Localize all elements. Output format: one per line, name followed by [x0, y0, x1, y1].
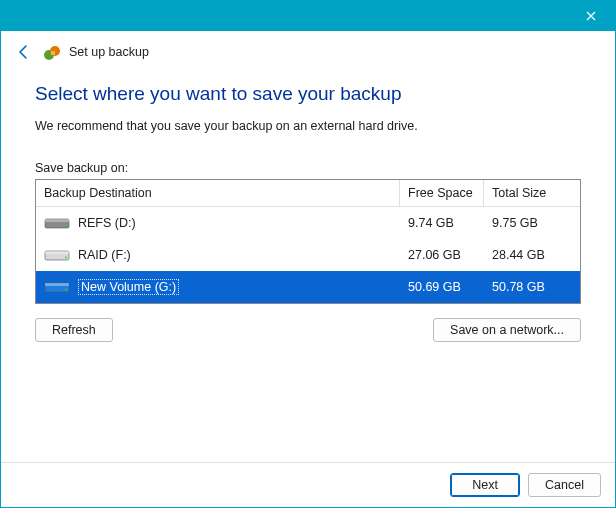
- destinations-table: Backup Destination Free Space Total Size…: [35, 179, 581, 304]
- drive-label: New Volume (G:): [78, 279, 179, 295]
- drive-icon: [44, 247, 70, 263]
- close-button[interactable]: [575, 4, 607, 28]
- drive-label: RAID (F:): [78, 248, 131, 262]
- wizard-window: Set up backup Select where you want to s…: [0, 0, 616, 508]
- back-arrow-icon: [16, 44, 32, 60]
- table-header: Backup Destination Free Space Total Size: [36, 180, 580, 207]
- svg-point-11: [65, 289, 67, 291]
- backup-app-icon: [43, 43, 61, 61]
- col-header-free[interactable]: Free Space: [400, 180, 484, 206]
- cancel-button[interactable]: Cancel: [528, 473, 601, 497]
- back-button[interactable]: [13, 41, 35, 63]
- table-body: REFS (D:)9.74 GB9.75 GB RAID (F:)27.06 G…: [36, 207, 580, 303]
- footer: Next Cancel: [1, 462, 615, 507]
- titlebar: [1, 1, 615, 31]
- window-title: Set up backup: [69, 45, 149, 59]
- svg-rect-7: [45, 251, 69, 254]
- save-on-label: Save backup on:: [35, 161, 581, 175]
- cell-free-space: 50.69 GB: [400, 280, 484, 294]
- table-row[interactable]: New Volume (G:)50.69 GB50.78 GB: [36, 271, 580, 303]
- cell-free-space: 27.06 GB: [400, 248, 484, 262]
- svg-rect-2: [51, 51, 55, 55]
- table-row[interactable]: REFS (D:)9.74 GB9.75 GB: [36, 207, 580, 239]
- svg-rect-4: [45, 219, 69, 222]
- svg-rect-10: [45, 283, 69, 286]
- cell-free-space: 9.74 GB: [400, 216, 484, 230]
- refresh-button[interactable]: Refresh: [35, 318, 113, 342]
- next-button[interactable]: Next: [450, 473, 520, 497]
- content: Select where you want to save your backu…: [1, 69, 615, 462]
- drive-label: REFS (D:): [78, 216, 136, 230]
- save-on-network-button[interactable]: Save on a network...: [433, 318, 581, 342]
- cell-total-size: 28.44 GB: [484, 248, 580, 262]
- recommend-text: We recommend that you save your backup o…: [35, 119, 581, 133]
- close-icon: [586, 11, 596, 21]
- cell-destination: RAID (F:): [36, 247, 400, 263]
- cell-destination: REFS (D:): [36, 215, 400, 231]
- drive-icon: [44, 279, 70, 295]
- header: Set up backup: [1, 31, 615, 69]
- cell-total-size: 9.75 GB: [484, 216, 580, 230]
- drive-icon: [44, 215, 70, 231]
- col-header-destination[interactable]: Backup Destination: [36, 180, 400, 206]
- table-row[interactable]: RAID (F:)27.06 GB28.44 GB: [36, 239, 580, 271]
- svg-point-8: [65, 257, 67, 259]
- cell-destination: New Volume (G:): [36, 279, 400, 295]
- svg-point-5: [65, 225, 67, 227]
- col-header-total[interactable]: Total Size: [484, 180, 580, 206]
- page-heading: Select where you want to save your backu…: [35, 83, 581, 105]
- buttons-row: Refresh Save on a network...: [35, 318, 581, 342]
- cell-total-size: 50.78 GB: [484, 280, 580, 294]
